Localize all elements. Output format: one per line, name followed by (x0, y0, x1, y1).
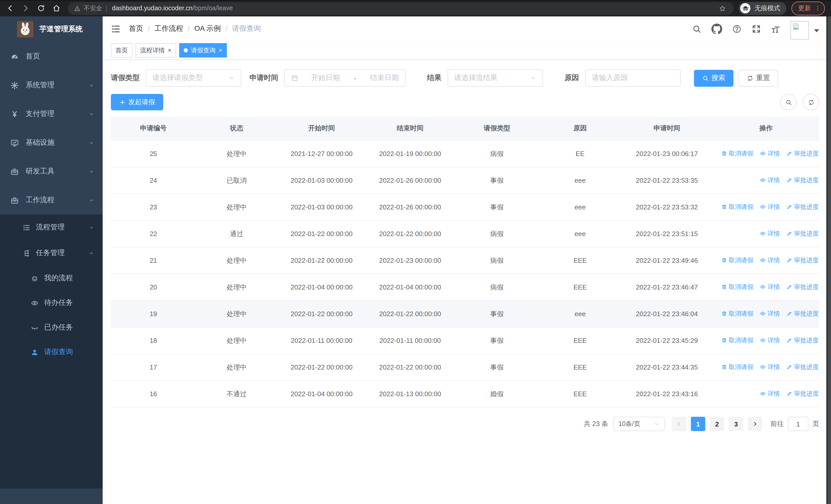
cancel-leave-link[interactable]: 取消请假 (721, 203, 753, 211)
prev-page-button[interactable] (672, 417, 686, 431)
bookmark-star-icon[interactable] (719, 4, 726, 12)
forward-icon[interactable] (22, 4, 30, 12)
avatar[interactable] (791, 21, 809, 39)
tab-process-detail[interactable]: 流程详情 × (136, 43, 176, 58)
detail-link[interactable]: 详情 (760, 283, 780, 292)
detail-link[interactable]: 详情 (760, 336, 780, 345)
detail-link[interactable]: 详情 (760, 309, 780, 318)
detail-link[interactable]: 详情 (760, 390, 780, 398)
sidebar-item-my-processes[interactable]: 我的流程 (0, 266, 103, 291)
tab-leave-query[interactable]: 请假查询 × (179, 43, 227, 58)
cell-reason: eee (540, 167, 621, 194)
approval-progress-link[interactable]: 审批进度 (786, 390, 819, 398)
approval-progress-link[interactable]: 审批进度 (786, 149, 819, 158)
sidebar-item-workflow[interactable]: 工作流程 (0, 186, 103, 214)
page-button-1[interactable]: 1 (691, 417, 705, 431)
user-menu-chevron-down-icon[interactable] (814, 29, 819, 32)
approval-progress-link[interactable]: 审批进度 (786, 203, 819, 211)
cell-status: 处理中 (196, 274, 277, 300)
edit-pencil-icon (786, 391, 793, 397)
approval-progress-link[interactable]: 审批进度 (786, 256, 819, 265)
sidebar-item-done-tasks[interactable]: 已办任务 (0, 315, 103, 340)
cell-actions: 取消请假 详情 审批进度 (713, 274, 819, 300)
sidebar-item-system-management[interactable]: 系统管理 (0, 71, 103, 99)
page-button-2[interactable]: 2 (710, 417, 724, 431)
collapse-sidebar-icon[interactable] (111, 24, 121, 34)
detail-link[interactable]: 详情 (760, 230, 780, 238)
close-icon[interactable]: × (168, 47, 171, 53)
search-icon[interactable] (692, 24, 701, 34)
approval-progress-link[interactable]: 审批进度 (786, 176, 819, 185)
cancel-leave-link[interactable]: 取消请假 (721, 256, 753, 265)
url-bar[interactable]: 不安全 dashboard.yudao.iocoder.cn/bpm/oa/le… (68, 2, 734, 14)
detail-link[interactable]: 详情 (760, 149, 780, 158)
page-size-value: 10条/页 (619, 420, 640, 428)
help-icon[interactable] (732, 24, 742, 34)
approval-progress-link[interactable]: 审批进度 (786, 309, 819, 318)
cell-start-time: 2022-01-03 00:00:00 (278, 194, 366, 220)
trash-icon (721, 257, 727, 264)
cell-start-time: 2022-01-22 00:00:00 (278, 300, 366, 327)
sidebar-item-dev-tools[interactable]: 研发工具 (0, 157, 103, 186)
date-range-picker[interactable]: 开始日期 - 结束日期 (284, 69, 405, 87)
sidebar-item-payment-management[interactable]: 支付管理 (0, 99, 103, 128)
result-select[interactable]: 请选择流结果 (448, 69, 543, 87)
reload-icon[interactable] (37, 4, 45, 12)
sidebar-item-infrastructure[interactable]: 基础设施 (0, 128, 103, 157)
cell-apply-time: 2022-01-22 23:44:35 (621, 354, 713, 381)
detail-link[interactable]: 详情 (760, 363, 780, 372)
app-logo-row[interactable]: 芋道管理系统 (0, 17, 103, 42)
cell-request-id: 17 (111, 354, 196, 381)
font-size-icon[interactable] (771, 24, 781, 34)
goto-page-input[interactable]: 1 (788, 417, 808, 431)
table-row: 19 处理中 2022-01-22 00:00:00 2022-01-22 00… (111, 300, 819, 327)
cell-reason: EEE (540, 247, 621, 274)
back-icon[interactable] (6, 4, 15, 12)
approval-progress-link[interactable]: 审批进度 (786, 230, 819, 238)
tab-home[interactable]: 首页 (111, 43, 133, 58)
table-toolbar: 发起请假 (111, 94, 819, 110)
home-icon[interactable] (52, 4, 61, 12)
toggle-search-button[interactable] (780, 94, 797, 110)
breadcrumb-link[interactable]: 首页 (129, 24, 143, 33)
breadcrumb-link[interactable]: 工作流程 (154, 24, 183, 33)
sidebar-item-task-management[interactable]: 任务管理 (0, 240, 103, 266)
fullscreen-icon[interactable] (751, 24, 761, 34)
sidebar-item-todo-tasks[interactable]: 待办任务 (0, 291, 103, 315)
detail-link[interactable]: 详情 (760, 203, 780, 211)
breadcrumb-link[interactable]: OA 示例 (195, 24, 221, 33)
sidebar-item-process-management[interactable]: 流程管理 (0, 214, 103, 240)
github-icon[interactable] (711, 23, 722, 34)
close-icon[interactable]: × (219, 47, 222, 53)
reason-input[interactable]: 请输入原因 (585, 69, 681, 87)
reset-button[interactable]: 重置 (739, 69, 778, 87)
next-page-button[interactable] (748, 417, 762, 431)
page-size-select[interactable]: 10条/页 (613, 417, 665, 431)
cancel-leave-link[interactable]: 取消请假 (721, 309, 753, 318)
edit-pencil-icon (786, 151, 793, 157)
search-icon (785, 99, 792, 106)
search-button[interactable]: 搜索 (694, 69, 734, 87)
update-button[interactable]: 更新 (792, 1, 825, 15)
leave-type-select[interactable]: 请选择请假类型 (146, 69, 241, 87)
sidebar-item-leave-query[interactable]: 请假查询 (0, 340, 103, 364)
cell-reason: eee (540, 300, 621, 327)
approval-progress-link[interactable]: 审批进度 (786, 336, 819, 345)
detail-link[interactable]: 详情 (760, 256, 780, 265)
create-leave-button[interactable]: 发起请假 (111, 94, 163, 110)
cancel-leave-link[interactable]: 取消请假 (721, 283, 753, 292)
incognito-badge: 无痕模式 (739, 2, 786, 14)
detail-link[interactable]: 详情 (760, 176, 780, 185)
sidebar-item-home[interactable]: 首页 (0, 42, 103, 71)
cancel-leave-link[interactable]: 取消请假 (721, 336, 753, 345)
cancel-leave-link[interactable]: 取消请假 (721, 149, 753, 158)
refresh-table-button[interactable] (803, 94, 819, 110)
approval-progress-link[interactable]: 审批进度 (786, 283, 819, 292)
approval-progress-link[interactable]: 审批进度 (786, 363, 819, 372)
cancel-leave-link[interactable]: 取消请假 (721, 363, 753, 372)
page-button-3[interactable]: 3 (729, 417, 743, 431)
cell-status: 处理中 (196, 300, 277, 327)
browser-menu-dots-icon[interactable] (814, 5, 821, 12)
cell-status: 处理中 (196, 327, 277, 354)
scrollbar[interactable] (826, 17, 831, 504)
